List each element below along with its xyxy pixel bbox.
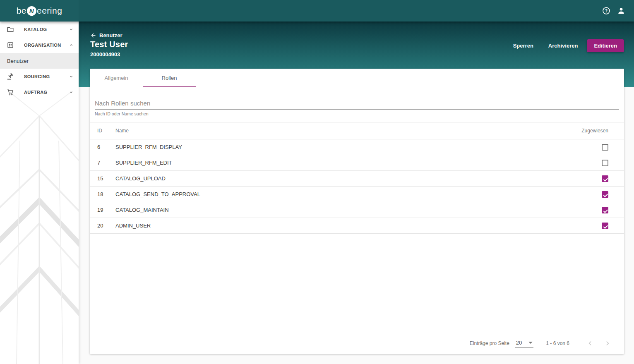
- role-name: SUPPLIER_RFM_EDIT: [115, 160, 570, 166]
- tab-rollen[interactable]: Rollen: [143, 69, 196, 87]
- role-name: CATALOG_UPLOAD: [115, 175, 570, 182]
- role-name: CATALOG_SEND_TO_APPROVAL: [115, 191, 570, 197]
- role-id: 7: [90, 160, 115, 166]
- gavel-icon: [7, 73, 14, 80]
- top-app-bar: beNeering ?: [0, 0, 634, 22]
- sidebar-item-organisation[interactable]: ORGANISATION: [0, 37, 79, 53]
- ballot-icon: [7, 41, 14, 49]
- app-root: beNeering ? KATALOG ORGANIS: [0, 0, 634, 364]
- logo-n-emblem-icon: N: [27, 6, 36, 16]
- sidebar-subitem-benutzer[interactable]: Benutzer: [0, 53, 79, 69]
- sidebar-item-auftrag[interactable]: AUFTRAG: [0, 84, 79, 100]
- user-id: 2000004903: [90, 51, 120, 57]
- column-header-id: ID: [90, 128, 115, 134]
- main-content: Benutzer Test User 2000004903 Sperren Ar…: [79, 22, 634, 364]
- role-search: Nach ID oder Name suchen: [95, 99, 619, 116]
- role-name: CATALOG_MAINTAIN: [115, 207, 570, 213]
- assigned-checkbox[interactable]: [602, 223, 608, 229]
- per-page-label: Einträge pro Seite: [470, 340, 509, 346]
- previous-page-icon[interactable]: [585, 338, 595, 348]
- svg-text:?: ?: [605, 9, 608, 13]
- table-row: 15 CATALOG_UPLOAD: [90, 171, 624, 187]
- edit-button[interactable]: Editieren: [587, 39, 624, 52]
- back-link[interactable]: Benutzer: [90, 32, 122, 38]
- table-header-row: ID Name Zugewiesen: [90, 122, 624, 139]
- role-name: ADMIN_USER: [115, 223, 570, 229]
- back-link-label: Benutzer: [99, 32, 122, 38]
- next-page-icon[interactable]: [603, 338, 612, 348]
- chevron-down-icon: [69, 74, 74, 79]
- sidebar-item-katalog[interactable]: KATALOG: [0, 22, 79, 37]
- role-name: SUPPLIER_RFM_DISPLAY: [115, 144, 570, 150]
- role-id: 15: [90, 175, 115, 182]
- select-caret-icon: [528, 342, 533, 344]
- chevron-down-icon: [69, 90, 74, 95]
- header-actions: Sperren Archivieren Editieren: [507, 39, 624, 52]
- table-row: 6 SUPPLIER_RFM_DISPLAY: [90, 139, 624, 155]
- search-hint: Nach ID oder Name suchen: [95, 111, 619, 116]
- table-row: 20 ADMIN_USER: [90, 218, 624, 234]
- sidebar-item-label: KATALOG: [24, 27, 47, 32]
- chevron-down-icon: [69, 27, 74, 32]
- table-row: 19 CATALOG_MAINTAIN: [90, 202, 624, 218]
- logo-text-prefix: be: [17, 6, 26, 16]
- tab-allgemein[interactable]: Allgemein: [90, 69, 143, 87]
- table-row: 7 SUPPLIER_RFM_EDIT: [90, 155, 624, 171]
- assigned-checkbox[interactable]: [602, 207, 608, 213]
- user-account-icon[interactable]: [617, 6, 626, 15]
- tab-bar: Allgemein Rollen: [90, 69, 624, 87]
- assigned-checkbox[interactable]: [602, 191, 608, 198]
- paginator: Einträge pro Seite 20 1 - 6 von 6: [90, 332, 624, 354]
- role-id: 6: [90, 144, 115, 150]
- shopping-cart-icon: [7, 89, 14, 96]
- roles-table: ID Name Zugewiesen 6 SUPPLIER_RFM_DISPLA…: [90, 122, 624, 234]
- role-id: 20: [90, 223, 115, 229]
- sidebar-item-label: ORGANISATION: [24, 43, 61, 48]
- back-arrow-icon: [90, 32, 96, 38]
- sidebar-nav: KATALOG ORGANISATION Benutzer SOURCING: [0, 22, 79, 364]
- assigned-checkbox[interactable]: [602, 160, 608, 166]
- per-page-value: 20: [516, 340, 522, 346]
- roles-card: Allgemein Rollen Nach ID oder Name suche…: [90, 69, 624, 354]
- building-watermark-image: [0, 91, 79, 364]
- sidebar-subitem-label: Benutzer: [7, 58, 29, 64]
- help-icon[interactable]: ?: [602, 6, 611, 15]
- page-nav: [585, 338, 612, 348]
- archive-button[interactable]: Archivieren: [543, 39, 584, 52]
- assigned-checkbox[interactable]: [602, 175, 608, 182]
- beneering-logo[interactable]: beNeering: [0, 0, 79, 22]
- logo-text-suffix: eering: [37, 6, 62, 16]
- column-header-name: Name: [115, 128, 570, 134]
- column-header-assigned: Zugewiesen: [570, 128, 624, 134]
- folder-icon: [7, 26, 14, 33]
- page-range-label: 1 - 6 von 6: [546, 340, 569, 346]
- role-search-input[interactable]: [95, 99, 619, 110]
- page-title: Test User: [90, 40, 128, 49]
- chevron-up-icon: [69, 43, 74, 48]
- sidebar-item-label: SOURCING: [24, 74, 50, 79]
- sidebar-item-label: AUFTRAG: [24, 90, 48, 95]
- per-page-select[interactable]: 20: [515, 339, 533, 348]
- role-id: 19: [90, 207, 115, 213]
- table-row: 18 CATALOG_SEND_TO_APPROVAL: [90, 187, 624, 202]
- sidebar-item-sourcing[interactable]: SOURCING: [0, 69, 79, 84]
- role-id: 18: [90, 191, 115, 197]
- topbar-actions: ?: [602, 6, 634, 15]
- lock-button[interactable]: Sperren: [507, 39, 539, 52]
- assigned-checkbox[interactable]: [602, 144, 608, 151]
